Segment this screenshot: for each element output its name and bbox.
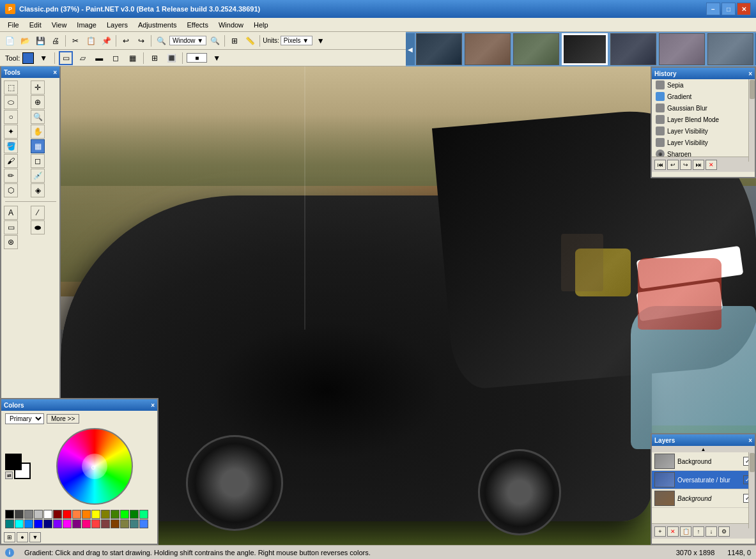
color-wheel[interactable]: [56, 428, 133, 505]
new-button[interactable]: 📄: [3, 34, 17, 48]
palette-color-19[interactable]: [43, 519, 52, 528]
history-item-2[interactable]: Gaussian Blur: [652, 102, 755, 114]
open-button[interactable]: 📂: [18, 34, 32, 48]
print-button[interactable]: 🖨: [49, 34, 63, 48]
palette-color-10[interactable]: [101, 510, 110, 519]
thumbnail-4[interactable]: [610, 33, 656, 65]
history-item-3[interactable]: Layer Blend Mode: [652, 114, 755, 125]
layer-item-2[interactable]: Background ✓: [652, 489, 755, 508]
palette-color-28[interactable]: [130, 519, 139, 528]
palette-color-22[interactable]: [72, 519, 81, 528]
tool-paintbrush[interactable]: 🖌: [4, 154, 18, 168]
menu-effects[interactable]: Effects: [182, 20, 213, 30]
palette-color-27[interactable]: [120, 519, 129, 528]
menu-edit[interactable]: Edit: [24, 20, 47, 30]
palette-color-14[interactable]: [139, 510, 148, 519]
palette-color-25[interactable]: [101, 519, 110, 528]
palette-color-9[interactable]: [91, 510, 100, 519]
tool-color-picker[interactable]: ▼: [36, 51, 50, 65]
palette-color-5[interactable]: [53, 510, 62, 519]
tool-move[interactable]: ✛: [31, 80, 45, 95]
layer-properties-button[interactable]: ⚙: [718, 526, 730, 537]
tool-color-btn[interactable]: ▼: [210, 51, 224, 65]
thumbnail-2[interactable]: [513, 33, 559, 65]
thumbnail-3-active[interactable]: [562, 33, 608, 65]
layers-scrollbar[interactable]: [748, 452, 755, 528]
layer-item-0[interactable]: Background ✓: [652, 452, 755, 471]
tool-opt-6[interactable]: ⊞: [148, 51, 162, 65]
menu-window[interactable]: Window: [213, 20, 249, 30]
menu-image[interactable]: Image: [72, 20, 102, 30]
history-last-button[interactable]: ⏭: [693, 160, 704, 170]
layer-up-button[interactable]: ↑: [693, 526, 704, 537]
palette-color-18[interactable]: [34, 519, 43, 528]
tool-ellipse-shape[interactable]: ⬬: [31, 220, 45, 234]
tool-opt-1[interactable]: ▭: [59, 51, 73, 65]
palette-color-13[interactable]: [130, 510, 139, 519]
close-button[interactable]: ✕: [737, 3, 751, 15]
thumbnail-5[interactable]: [659, 33, 705, 65]
units-dropdown-btn[interactable]: ▼: [314, 34, 328, 48]
palette-color-12[interactable]: [120, 510, 129, 519]
palette-color-20[interactable]: [53, 519, 62, 528]
rulers-button[interactable]: 📏: [243, 34, 257, 48]
palette-color-4[interactable]: [43, 510, 52, 519]
tool-recolor[interactable]: ◈: [31, 183, 45, 197]
tool-eraser[interactable]: ◻: [31, 154, 45, 168]
units-dropdown[interactable]: Pixels ▼: [281, 36, 312, 45]
layer-delete-button[interactable]: ✕: [667, 526, 679, 537]
tool-rectangle-select[interactable]: ⬚: [4, 80, 18, 95]
palette-color-0[interactable]: [5, 510, 14, 519]
undo-button[interactable]: ↩: [119, 34, 133, 48]
history-close-button[interactable]: ×: [748, 70, 752, 77]
layer-add-button[interactable]: +: [654, 526, 666, 537]
palette-color-8[interactable]: [82, 510, 91, 519]
history-undo-button[interactable]: ↩: [667, 160, 679, 170]
tool-opt-7[interactable]: 🔳: [164, 51, 178, 65]
palette-color-26[interactable]: [111, 519, 120, 528]
tool-text[interactable]: A: [4, 206, 18, 220]
layers-scroll-up[interactable]: ▲: [652, 446, 755, 452]
tool-freeform-shape[interactable]: ⊛: [4, 235, 18, 249]
maximize-button[interactable]: □: [721, 3, 736, 15]
tool-pan[interactable]: ✋: [31, 125, 45, 139]
tool-opt-4[interactable]: ◻: [109, 51, 123, 65]
colors-more-button[interactable]: More >>: [47, 414, 79, 424]
cut-button[interactable]: ✂: [68, 34, 82, 48]
history-scrollbar[interactable]: [748, 79, 755, 162]
palette-color-6[interactable]: [63, 510, 72, 519]
thumbnail-6[interactable]: [707, 33, 753, 65]
layers-scroll-thumb[interactable]: [750, 453, 755, 472]
palette-color-2[interactable]: [24, 510, 33, 519]
history-item-1[interactable]: Gradient: [652, 91, 755, 102]
palette-color-1[interactable]: [15, 510, 24, 519]
tool-pencil[interactable]: ✏: [4, 169, 18, 183]
layer-down-button[interactable]: ↓: [706, 526, 717, 537]
palette-color-15[interactable]: [5, 519, 14, 528]
menu-view[interactable]: View: [47, 20, 72, 30]
menu-layers[interactable]: Layers: [102, 20, 133, 30]
tool-opt-2[interactable]: ▱: [75, 51, 89, 65]
color-mode-dropdown[interactable]: Primary: [5, 413, 44, 424]
history-item-0[interactable]: Sepia: [652, 79, 755, 91]
foreground-color-swatch[interactable]: [5, 454, 22, 470]
tool-move-selection[interactable]: ⊕: [31, 95, 45, 109]
tool-rectangle-shape[interactable]: ▭: [4, 220, 18, 234]
color-tool-1[interactable]: ⊞: [4, 532, 15, 542]
history-scroll-thumb[interactable]: [750, 80, 755, 99]
palette-color-21[interactable]: [63, 519, 72, 528]
color-tool-3[interactable]: ▼: [29, 532, 41, 542]
copy-button[interactable]: 📋: [84, 34, 98, 48]
palette-color-16[interactable]: [15, 519, 24, 528]
tool-paint-bucket[interactable]: 🪣: [4, 139, 18, 153]
history-item-5[interactable]: Layer Visibility: [652, 137, 755, 148]
layer-item-1[interactable]: Oversaturate / blur ✓: [652, 471, 755, 489]
thumbnail-1[interactable]: [465, 33, 511, 65]
palette-color-24[interactable]: [91, 519, 100, 528]
colors-close-button[interactable]: ×: [151, 402, 155, 409]
zoom-out-button[interactable]: 🔍: [154, 34, 168, 48]
palette-color-7[interactable]: [72, 510, 81, 519]
thumbnail-0[interactable]: [416, 33, 462, 65]
tool-gradient[interactable]: ▦: [31, 139, 45, 153]
menu-help[interactable]: Help: [249, 20, 274, 30]
